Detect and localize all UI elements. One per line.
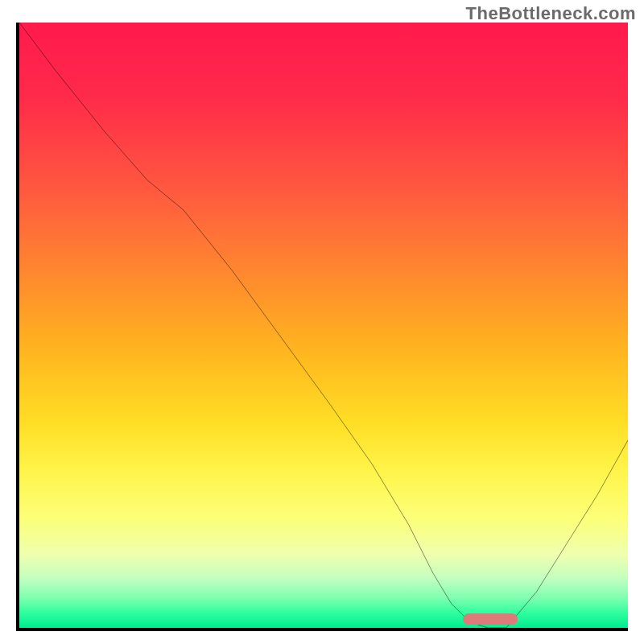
x-axis: [16, 628, 628, 631]
optimal-range-marker: [463, 613, 518, 625]
chart-frame: TheBottleneck.com: [0, 0, 644, 644]
plot-area: [16, 23, 628, 631]
watermark-text: TheBottleneck.com: [466, 3, 636, 24]
bottleneck-curve: [19, 23, 628, 628]
